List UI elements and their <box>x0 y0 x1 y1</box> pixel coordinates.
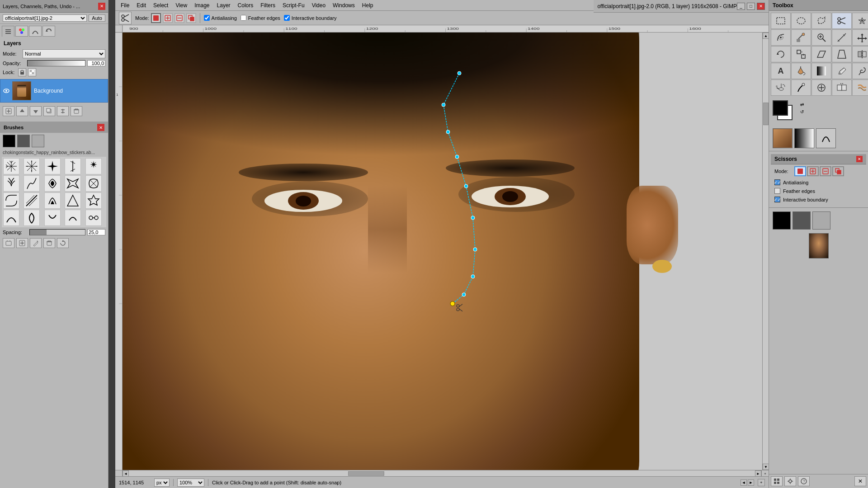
reset-colors-button[interactable]: ↺ <box>799 108 805 115</box>
lock-pixels-button[interactable] <box>18 68 26 76</box>
brush-item[interactable] <box>3 210 19 226</box>
vertical-scrollbar[interactable]: ▲ ▼ <box>762 33 769 470</box>
status-next-button[interactable]: ► <box>748 479 754 486</box>
scroll-thumb[interactable] <box>763 103 769 125</box>
brush-item[interactable] <box>65 210 81 226</box>
tool-gradient[interactable] <box>811 63 831 79</box>
status-expand[interactable]: + <box>758 479 765 486</box>
tool-heal[interactable] <box>811 80 831 96</box>
help-button[interactable]: ? <box>798 476 810 486</box>
menu-file[interactable]: File <box>117 1 133 9</box>
scroll-up-button[interactable]: ▲ <box>763 33 769 39</box>
tool-scale[interactable] <box>791 46 811 62</box>
mode-replace-button[interactable] <box>151 13 161 23</box>
menu-help[interactable]: Help <box>359 1 377 9</box>
brush-item[interactable] <box>65 192 81 209</box>
tool-color-picker[interactable] <box>791 29 811 46</box>
brush-item[interactable] <box>24 192 40 209</box>
menu-select[interactable]: Select <box>150 1 172 9</box>
layers-panel-close-button[interactable]: ✕ <box>98 3 105 10</box>
raise-layer-button[interactable] <box>16 106 28 116</box>
mode-select[interactable]: Normal <box>23 49 105 58</box>
interactive-checkbox[interactable] <box>284 15 290 21</box>
brush-item[interactable] <box>85 175 102 192</box>
edit-brush-button[interactable] <box>30 238 42 248</box>
gradient-preview[interactable] <box>794 128 814 148</box>
feather-checkbox[interactable] <box>241 15 246 21</box>
brush-item[interactable] <box>24 158 40 174</box>
brush-item[interactable] <box>85 210 102 226</box>
tool-foreground-select[interactable] <box>771 29 791 46</box>
antialiasing-option-checkbox[interactable]: ✓ <box>774 179 780 185</box>
menu-windows[interactable]: Windows <box>329 1 359 9</box>
menu-colors[interactable]: Colors <box>234 1 257 9</box>
brush-swatch-1[interactable] <box>3 135 15 147</box>
tool-free-select[interactable] <box>811 13 831 29</box>
scroll-right-button[interactable]: ► <box>755 470 761 477</box>
tool-shear[interactable] <box>811 46 831 62</box>
scroll-down-button[interactable]: ▼ <box>763 464 769 470</box>
tool-rotate[interactable] <box>771 46 791 62</box>
brush-item[interactable] <box>85 192 102 209</box>
tool-ellipse-select[interactable] <box>791 13 811 29</box>
spacing-slider[interactable] <box>29 229 85 235</box>
tool-airbrush[interactable] <box>771 80 791 96</box>
anchor-layer-button[interactable] <box>57 106 69 116</box>
tool-move[interactable] <box>852 29 868 46</box>
delete-brush-button[interactable] <box>43 238 55 248</box>
new-brush-button[interactable] <box>16 238 28 248</box>
brush-item[interactable] <box>44 158 61 174</box>
image-selector-dropdown[interactable]: officialportrait[1].jpg-2 <box>3 14 87 22</box>
feather-option-checkbox[interactable] <box>774 188 780 194</box>
refresh-brushes-button[interactable] <box>57 238 69 248</box>
brush-item[interactable] <box>3 158 19 174</box>
tool-rect-select[interactable] <box>771 13 791 29</box>
brush-item[interactable] <box>3 175 19 192</box>
canvas-area[interactable]: ▲ ▼ <box>123 33 769 470</box>
tool-smudge[interactable] <box>852 80 868 96</box>
brush-item[interactable] <box>3 192 19 209</box>
zoom-select[interactable]: 100% <box>177 479 204 487</box>
pattern-preview[interactable] <box>773 128 793 148</box>
menu-edit[interactable]: Edit <box>133 1 150 9</box>
tool-flip[interactable] <box>852 46 868 62</box>
mode-add-button[interactable] <box>163 13 173 23</box>
brush-item[interactable] <box>44 175 61 192</box>
tab-undo[interactable] <box>42 26 55 37</box>
open-brush-button[interactable] <box>3 238 14 248</box>
auto-button[interactable]: Auto <box>89 14 105 22</box>
opacity-slider[interactable] <box>27 60 85 66</box>
mode-intersect-button[interactable] <box>186 13 196 23</box>
brush-item[interactable] <box>65 158 81 174</box>
scissors-subtract-mode[interactable] <box>820 166 831 176</box>
tool-zoom[interactable] <box>811 29 831 46</box>
brush-item[interactable] <box>44 210 61 226</box>
duplicate-layer-button[interactable] <box>43 106 55 116</box>
swap-colors-button[interactable]: ⇄ <box>799 101 805 108</box>
brush-item[interactable] <box>65 175 81 192</box>
h-scroll-thumb[interactable] <box>348 471 384 476</box>
opacity-value-input[interactable] <box>87 60 105 66</box>
tool-scissors[interactable] <box>832 13 852 29</box>
menu-view[interactable]: View <box>172 1 191 9</box>
h-scroll-track[interactable] <box>129 470 755 476</box>
spacing-value-input[interactable] <box>87 229 105 235</box>
brush-item[interactable] <box>44 192 61 209</box>
lower-layer-button[interactable] <box>30 106 42 116</box>
menu-filters[interactable]: Filters <box>257 1 279 9</box>
layer-visibility-eye[interactable] <box>3 88 9 94</box>
brush-size-large[interactable] <box>812 211 830 230</box>
close-toolbox-button[interactable]: ✕ <box>854 476 866 486</box>
tool-clone[interactable] <box>832 80 852 96</box>
menu-image[interactable]: Image <box>191 1 213 9</box>
brush-item[interactable] <box>24 210 40 226</box>
scroll-expand-button[interactable]: + <box>761 470 769 477</box>
brush-size-small[interactable] <box>773 211 791 230</box>
tool-paintbrush[interactable] <box>852 63 868 79</box>
brush-swatch-3[interactable] <box>32 135 44 147</box>
tool-pencil[interactable] <box>832 63 852 79</box>
antialiasing-checkbox[interactable] <box>204 15 210 21</box>
tool-fuzzy-select[interactable] <box>852 13 868 29</box>
minimize-button[interactable]: _ <box>737 3 745 10</box>
tool-options-button[interactable] <box>771 476 783 486</box>
